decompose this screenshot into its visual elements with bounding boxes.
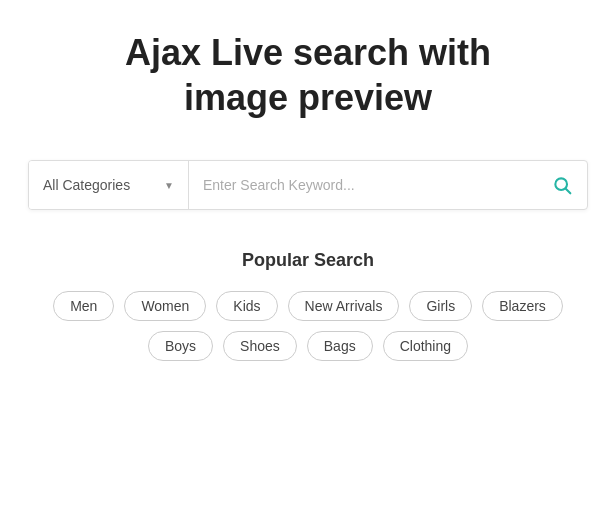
- tag-item[interactable]: Women: [124, 291, 206, 321]
- tag-item[interactable]: Girls: [409, 291, 472, 321]
- tag-item[interactable]: Boys: [148, 331, 213, 361]
- category-label: All Categories: [43, 177, 156, 193]
- search-icon: [552, 175, 572, 195]
- page-title: Ajax Live search with image preview: [98, 30, 518, 120]
- tag-item[interactable]: Kids: [216, 291, 277, 321]
- search-input[interactable]: [189, 161, 537, 209]
- search-button[interactable]: [537, 161, 587, 209]
- popular-section: Popular Search MenWomenKidsNew ArrivalsG…: [28, 250, 588, 361]
- tag-item[interactable]: Men: [53, 291, 114, 321]
- category-dropdown[interactable]: All Categories ▼: [29, 161, 189, 209]
- tag-item[interactable]: Clothing: [383, 331, 468, 361]
- tags-container: MenWomenKidsNew ArrivalsGirlsBlazersBoys…: [28, 291, 588, 361]
- chevron-down-icon: ▼: [164, 180, 174, 191]
- tag-item[interactable]: New Arrivals: [288, 291, 400, 321]
- tag-item[interactable]: Bags: [307, 331, 373, 361]
- tag-item[interactable]: Blazers: [482, 291, 563, 321]
- popular-search-title: Popular Search: [242, 250, 374, 271]
- page-container: Ajax Live search with image preview All …: [0, 0, 616, 524]
- svg-line-1: [566, 189, 571, 194]
- tag-item[interactable]: Shoes: [223, 331, 297, 361]
- search-bar: All Categories ▼: [28, 160, 588, 210]
